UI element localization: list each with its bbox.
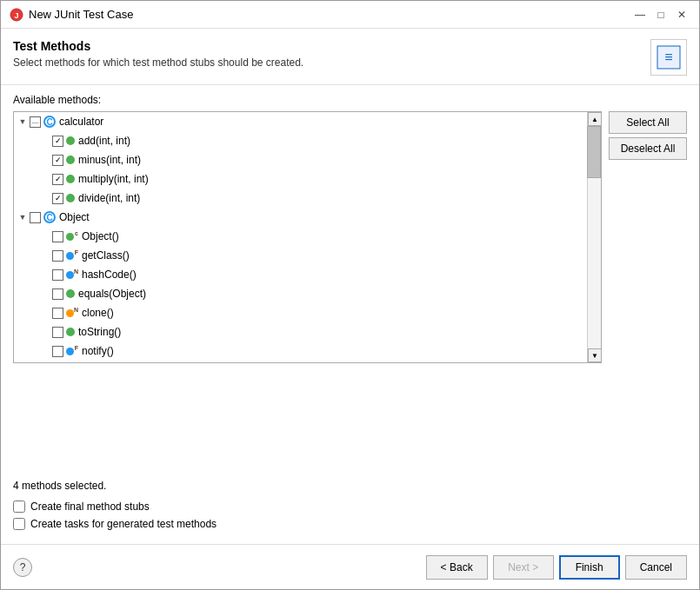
checkbox-calculator[interactable]	[30, 116, 41, 128]
available-methods-label: Available methods:	[13, 94, 687, 106]
help-button[interactable]: ?	[13, 558, 32, 577]
svg-text:J: J	[14, 11, 18, 20]
scroll-up-button[interactable]: ▲	[588, 112, 602, 126]
chevron-icon: ▼	[17, 212, 28, 222]
checkbox-tostring[interactable]	[52, 327, 63, 338]
app-icon: J	[10, 8, 23, 22]
tree-label: getClass()	[82, 249, 130, 262]
footer: ? < Back Next > Finish Cancel	[1, 544, 699, 589]
title-bar: J New JUnit Test Case — □ ✕	[1, 1, 699, 29]
final-stubs-label[interactable]: Create final method stubs	[30, 501, 150, 513]
method-dot-icon	[66, 252, 74, 260]
method-sup-icon: N	[74, 307, 78, 313]
status-text: 4 methods selected.	[13, 480, 687, 492]
select-all-button[interactable]: Select All	[609, 111, 687, 134]
close-button[interactable]: ✕	[673, 6, 690, 23]
tree-row-add[interactable]: add(int, int)	[14, 131, 587, 150]
window-title: New JUnit Test Case	[29, 8, 631, 21]
back-button[interactable]: < Back	[426, 555, 488, 580]
method-dot-icon	[66, 156, 75, 164]
method-dot-icon	[66, 348, 74, 355]
next-button[interactable]: Next >	[493, 555, 554, 580]
header-text: Test Methods Select methods for which te…	[13, 39, 642, 69]
tree-label: calculator	[59, 116, 103, 128]
scrollbar-thumb[interactable]	[587, 126, 601, 178]
methods-container: ▼ C calculator add(int, int) minus(int, …	[13, 111, 687, 474]
tree-row-tostring[interactable]: toString()	[14, 322, 587, 341]
minimize-button[interactable]: —	[631, 6, 649, 23]
tree-row-objectctor[interactable]: c Object()	[14, 227, 587, 246]
method-dot-icon	[66, 194, 75, 202]
method-dot-icon	[66, 289, 75, 298]
method-dot-icon	[66, 233, 74, 241]
checkbox-minus[interactable]	[52, 155, 63, 166]
method-dot-icon	[66, 175, 75, 183]
method-sup-icon: N	[74, 268, 78, 275]
checkbox-divide[interactable]	[52, 193, 63, 204]
scroll-down-button[interactable]: ▼	[588, 348, 602, 362]
tree-row-clone[interactable]: N clone()	[14, 303, 587, 322]
task-stubs-checkbox[interactable]	[13, 518, 25, 530]
tree-label: hashCode()	[82, 268, 137, 281]
tree-row-multiply[interactable]: multiply(int, int)	[14, 169, 587, 189]
tree-row-equals[interactable]: equals(Object)	[14, 284, 587, 303]
method-dot-icon	[66, 136, 75, 145]
tree-row-calculator[interactable]: ▼ C calculator	[14, 112, 587, 131]
maximize-button[interactable]: □	[652, 6, 670, 23]
method-sup-icon: c	[75, 230, 78, 236]
checkbox-multiply[interactable]	[52, 174, 63, 185]
page-title: Test Methods	[13, 39, 642, 53]
tree-label: toString()	[78, 326, 121, 338]
tree-label: minus(int, int)	[78, 154, 141, 166]
window-controls: — □ ✕	[631, 6, 690, 23]
tree-row-getclass[interactable]: F getClass()	[14, 246, 587, 265]
checkbox-getclass[interactable]	[52, 250, 63, 262]
svg-text:≡: ≡	[664, 50, 672, 64]
header-section: Test Methods Select methods for which te…	[1, 29, 699, 85]
main-window: J New JUnit Test Case — □ ✕ Test Methods…	[0, 0, 700, 590]
method-dot-icon	[66, 309, 74, 317]
checkbox-hashcode[interactable]	[52, 269, 63, 281]
task-stubs-row: Create tasks for generated test methods	[13, 518, 687, 530]
methods-tree[interactable]: ▼ C calculator add(int, int) minus(int, …	[13, 111, 602, 363]
checkbox-add[interactable]	[52, 136, 63, 147]
tree-row-divide[interactable]: divide(int, int)	[14, 189, 587, 208]
cancel-button[interactable]: Cancel	[625, 555, 687, 580]
tree-row-hashcode[interactable]: N hashCode()	[14, 265, 587, 284]
method-sup-icon: F	[75, 345, 78, 351]
tree-label: Object	[59, 211, 90, 223]
tree-label: multiply(int, int)	[78, 173, 149, 185]
class-icon: C	[43, 116, 56, 128]
final-stubs-checkbox[interactable]	[13, 501, 25, 513]
tree-row-minus[interactable]: minus(int, int)	[14, 150, 587, 169]
page-subtitle: Select methods for which test method stu…	[13, 56, 642, 69]
final-stubs-row: Create final method stubs	[13, 501, 687, 513]
method-sup-icon: F	[75, 249, 78, 255]
tree-label: clone()	[82, 307, 114, 319]
class-icon: C	[43, 211, 56, 223]
method-dot-icon	[66, 328, 75, 336]
deselect-all-button[interactable]: Deselect All	[609, 137, 687, 160]
tree-label: add(int, int)	[78, 135, 130, 147]
tree-label: Object()	[82, 230, 119, 242]
tree-label: equals(Object)	[78, 288, 146, 300]
tree-row-notify[interactable]: F notify()	[14, 341, 587, 361]
method-dot-icon	[66, 271, 74, 279]
tree-label: divide(int, int)	[78, 192, 140, 204]
tree-label: notify()	[82, 345, 114, 357]
tree-row-object[interactable]: ▼ C Object	[14, 208, 587, 227]
task-stubs-label[interactable]: Create tasks for generated test methods	[30, 518, 217, 530]
chevron-icon: ▼	[17, 116, 28, 127]
checkbox-equals[interactable]	[52, 288, 63, 300]
tree-scrollbar[interactable]: ▲ ▼	[587, 112, 601, 362]
checkbox-objectctor[interactable]	[52, 231, 63, 242]
wizard-icon: ≡	[650, 39, 687, 76]
finish-button[interactable]: Finish	[559, 555, 620, 580]
checkbox-clone[interactable]	[52, 308, 63, 319]
checkbox-notify[interactable]	[52, 346, 63, 357]
side-buttons: Select All Deselect All	[609, 111, 687, 474]
footer-buttons: < Back Next > Finish Cancel	[426, 555, 687, 580]
checkbox-object[interactable]	[30, 212, 41, 223]
main-section: Available methods: ▼ C calculator add(in…	[1, 85, 699, 544]
